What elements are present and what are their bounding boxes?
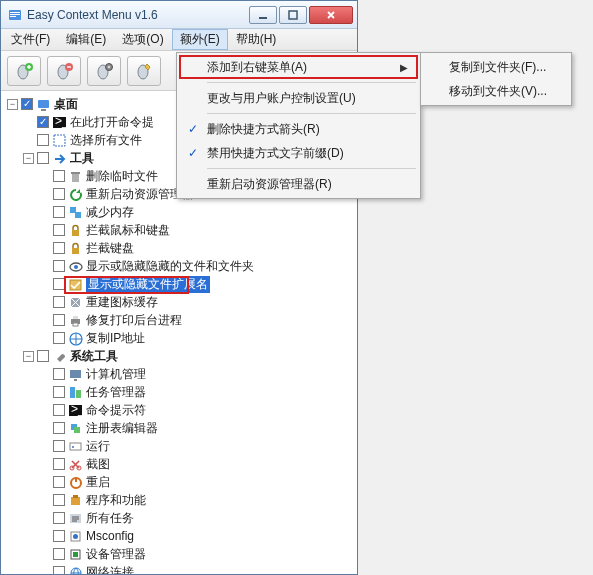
checkbox[interactable] [53, 530, 65, 542]
tree-node[interactable]: 计算机管理 [39, 365, 355, 383]
menu-options[interactable]: 选项(O) [114, 29, 171, 50]
ip-icon [68, 331, 83, 346]
checkbox[interactable] [53, 404, 65, 416]
tool-mouse-remove[interactable] [47, 56, 81, 86]
pc-icon [68, 367, 83, 382]
tree-node[interactable]: 显示或隐藏文件扩展名 [39, 275, 355, 293]
submenu-move-to[interactable]: 移动到文件夹(V)... [423, 79, 569, 103]
tree-node[interactable]: 减少内存 [39, 203, 355, 221]
menu-disable-prefix[interactable]: ✓禁用快捷方式文字前缀(D) [179, 141, 418, 165]
checkbox[interactable] [53, 332, 65, 344]
tree-node[interactable]: −系统工具 [23, 347, 355, 365]
checkbox[interactable] [53, 278, 65, 290]
device-icon [68, 547, 83, 562]
node-systools: 系统工具 [70, 348, 118, 365]
tree-node[interactable]: Msconfig [39, 527, 355, 545]
menu-file[interactable]: 文件(F) [3, 29, 58, 50]
menu-edit[interactable]: 编辑(E) [58, 29, 114, 50]
checkbox[interactable] [53, 188, 65, 200]
tree-node[interactable]: 运行 [39, 437, 355, 455]
tree-node[interactable]: 注册表编辑器 [39, 419, 355, 437]
svg-rect-48 [73, 495, 78, 498]
menu-change-uac[interactable]: 更改与用户账户控制设置(U) [179, 86, 418, 110]
checkbox[interactable] [53, 386, 65, 398]
menu-add-to-context[interactable]: 添加到右键菜单(A) [179, 55, 418, 79]
tree-node[interactable]: 显示或隐藏隐藏的文件和文件夹 [39, 257, 355, 275]
menu-help[interactable]: 帮助(H) [228, 29, 285, 50]
checkbox[interactable] [53, 242, 65, 254]
checkbox[interactable] [53, 458, 65, 470]
tree-node[interactable]: 设备管理器 [39, 545, 355, 563]
checkbox[interactable] [53, 314, 65, 326]
tree-node[interactable]: 复制IP地址 [39, 329, 355, 347]
checkbox[interactable] [53, 494, 65, 506]
svg-rect-41 [70, 443, 81, 450]
tool-mouse-add[interactable] [7, 56, 41, 86]
expander-icon[interactable]: − [7, 99, 18, 110]
checkbox[interactable] [53, 422, 65, 434]
svg-rect-23 [72, 230, 79, 236]
minimize-button[interactable] [249, 6, 277, 24]
tree-node[interactable]: 截图 [39, 455, 355, 473]
submenu-copy-to[interactable]: 复制到文件夹(F)... [423, 55, 569, 79]
tree-node[interactable]: 任务管理器 [39, 383, 355, 401]
svg-rect-31 [73, 323, 78, 326]
checkbox[interactable] [37, 134, 49, 146]
tree-node[interactable]: 拦截键盘 [39, 239, 355, 257]
tree-node[interactable]: 所有任务 [39, 509, 355, 527]
svg-point-42 [72, 446, 74, 448]
checkbox[interactable] [53, 206, 65, 218]
svg-rect-47 [71, 497, 80, 505]
checkbox[interactable] [53, 170, 65, 182]
menu-restart-explorer[interactable]: 重新启动资源管理器(R) [179, 172, 418, 196]
tree-node[interactable]: 重建图标缓存 [39, 293, 355, 311]
app-icon [7, 7, 23, 23]
refresh-icon [68, 187, 83, 202]
snip-icon [68, 457, 83, 472]
checkbox[interactable] [53, 548, 65, 560]
svg-rect-40 [74, 427, 80, 433]
svg-rect-4 [259, 17, 267, 19]
tool-mouse-clean[interactable] [127, 56, 161, 86]
check-icon: ✓ [183, 146, 203, 160]
checkbox[interactable] [21, 98, 33, 110]
maximize-button[interactable] [279, 6, 307, 24]
svg-point-26 [74, 265, 78, 269]
checkbox[interactable] [37, 152, 49, 164]
checkbox[interactable] [37, 350, 49, 362]
tree-node[interactable]: 网络连接 [39, 563, 355, 574]
node-label: Msconfig [86, 529, 134, 543]
checkbox[interactable] [53, 440, 65, 452]
checkbox[interactable] [53, 566, 65, 574]
tree-node[interactable]: 程序和功能 [39, 491, 355, 509]
svg-rect-34 [74, 379, 77, 381]
menubar: 文件(F) 编辑(E) 选项(O) 额外(E) 帮助(H) [1, 29, 357, 51]
expander-icon[interactable]: − [23, 351, 34, 362]
menu-remove-arrow[interactable]: ✓删除快捷方式箭头(R) [179, 117, 418, 141]
node-label: 截图 [86, 456, 110, 473]
checkbox[interactable] [53, 368, 65, 380]
menu-extra[interactable]: 额外(E) [172, 29, 228, 50]
checkbox[interactable] [53, 476, 65, 488]
close-button[interactable] [309, 6, 353, 24]
reg-icon [68, 421, 83, 436]
tree-node[interactable]: >_命令提示符 [39, 401, 355, 419]
node-label: 显示或隐藏文件扩展名 [86, 276, 210, 293]
tree-node[interactable]: 修复打印后台进程 [39, 311, 355, 329]
tree-node[interactable]: 拦截鼠标和键盘 [39, 221, 355, 239]
node-label: 拦截键盘 [86, 240, 134, 257]
checkbox[interactable] [53, 224, 65, 236]
svg-rect-36 [76, 390, 81, 398]
tree-node[interactable]: 重启 [39, 473, 355, 491]
checkbox[interactable] [37, 116, 49, 128]
printer-icon [68, 313, 83, 328]
tool-mouse-settings[interactable] [87, 56, 121, 86]
separator [207, 82, 416, 83]
checkbox[interactable] [53, 296, 65, 308]
svg-rect-5 [289, 11, 297, 19]
svg-rect-35 [70, 387, 75, 398]
expander-icon[interactable]: − [23, 153, 34, 164]
checkbox[interactable] [53, 260, 65, 272]
separator [207, 113, 416, 114]
checkbox[interactable] [53, 512, 65, 524]
